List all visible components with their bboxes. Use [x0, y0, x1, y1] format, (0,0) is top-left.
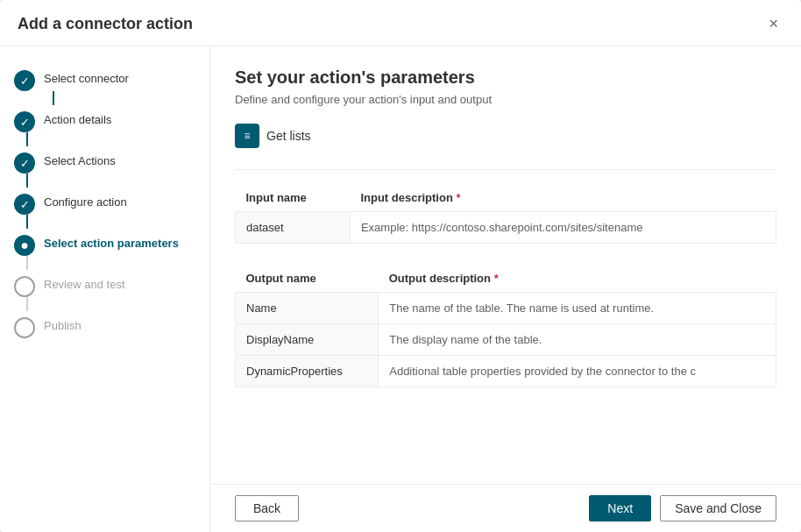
- input-col1-header: Input name: [236, 184, 351, 212]
- step-icon-review-and-test: [14, 276, 35, 297]
- sidebar-item-select-action-parameters[interactable]: ● Select action parameters: [0, 229, 209, 256]
- action-icon: ≡: [235, 124, 259, 148]
- step-icon-select-actions: ✓: [14, 153, 35, 174]
- sidebar-item-publish[interactable]: Publish: [0, 311, 209, 344]
- step-label-select-action-parameters: Select action parameters: [44, 234, 179, 250]
- output-table: Output name Output description Name The …: [235, 265, 776, 387]
- sidebar-item-action-details[interactable]: ✓ Action details: [0, 105, 209, 132]
- output-row1-description: The name of the table. The name is used …: [379, 293, 776, 324]
- back-button[interactable]: Back: [235, 495, 299, 521]
- table-row: Name The name of the table. The name is …: [236, 293, 776, 324]
- sidebar-item-review-and-test[interactable]: Review and test: [0, 270, 209, 297]
- sidebar-item-select-actions[interactable]: ✓ Select Actions: [0, 146, 209, 174]
- output-row2-description: The display name of the table.: [379, 324, 776, 356]
- step-icon-publish: [14, 317, 35, 338]
- action-name-label: Get lists: [266, 129, 311, 143]
- modal-footer: Back Next Save and Close: [210, 484, 801, 532]
- step-label-review-and-test: Review and test: [44, 275, 125, 291]
- checkmark-icon-4: ✓: [20, 198, 30, 211]
- table-row: dataset Example: https://contoso.sharepo…: [236, 212, 776, 244]
- checkmark-icon: ✓: [20, 74, 30, 88]
- action-badge: ≡ Get lists: [235, 124, 311, 148]
- main-content: Set your action's parameters Define and …: [210, 46, 801, 532]
- step-icon-select-action-parameters: ●: [14, 235, 35, 256]
- table-row: DisplayName The display name of the tabl…: [236, 324, 776, 356]
- output-row3-name: DynamicProperties: [236, 356, 379, 387]
- checkmark-icon-3: ✓: [20, 157, 30, 170]
- save-and-close-button[interactable]: Save and Close: [660, 495, 776, 521]
- modal-container: Add a connector action × ✓ Select connec…: [0, 0, 801, 532]
- checkmark-icon-2: ✓: [20, 116, 30, 129]
- step-label-publish: Publish: [44, 316, 82, 332]
- step-label-select-actions: Select Actions: [44, 152, 116, 167]
- page-subtitle: Define and configure your action's input…: [235, 93, 776, 106]
- input-table: Input name Input description dataset Exa…: [235, 184, 776, 244]
- close-button[interactable]: ×: [763, 14, 783, 33]
- step-label-action-details: Action details: [44, 110, 111, 126]
- input-col2-header: Input description: [350, 184, 776, 212]
- sidebar-item-configure-action[interactable]: ✓ Configure action: [0, 188, 209, 215]
- footer-right-buttons: Next Save and Close: [589, 495, 776, 521]
- step-icon-select-connector: ✓: [14, 70, 35, 91]
- output-col2-header: Output description: [379, 265, 776, 293]
- next-button[interactable]: Next: [589, 495, 651, 521]
- modal-title: Add a connector action: [18, 15, 193, 33]
- output-row3-description: Additional table properties provided by …: [379, 356, 776, 387]
- table-row: DynamicProperties Additional table prope…: [236, 356, 776, 387]
- page-title: Set your action's parameters: [235, 67, 776, 88]
- modal-header: Add a connector action ×: [0, 0, 801, 46]
- sidebar-item-select-connector[interactable]: ✓ Select connector: [0, 64, 209, 91]
- step-icon-action-details: ✓: [14, 111, 35, 132]
- input-row1-name: dataset: [236, 212, 351, 244]
- divider-1: [235, 169, 776, 170]
- output-row1-name: Name: [236, 293, 379, 324]
- output-row2-name: DisplayName: [236, 324, 379, 356]
- step-label-configure-action: Configure action: [44, 193, 127, 209]
- output-col1-header: Output name: [236, 265, 379, 293]
- input-row1-description: Example: https://contoso.sharepoint.com/…: [350, 212, 776, 244]
- step-label-select-connector: Select connector: [44, 69, 129, 85]
- content-area: Set your action's parameters Define and …: [210, 46, 801, 484]
- active-dot-icon: ●: [20, 238, 29, 253]
- modal-body: ✓ Select connector ✓ Action details ✓ Se…: [0, 46, 801, 532]
- sidebar: ✓ Select connector ✓ Action details ✓ Se…: [0, 46, 210, 532]
- step-icon-configure-action: ✓: [14, 194, 35, 215]
